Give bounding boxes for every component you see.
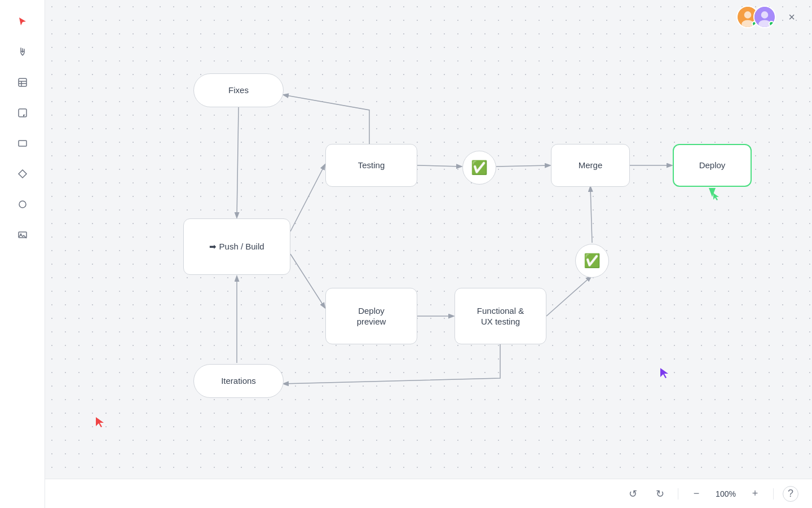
merge-node[interactable]: Merge — [551, 144, 630, 187]
hand-tool[interactable] — [12, 42, 33, 62]
redo-button[interactable]: ↻ — [651, 485, 669, 503]
testing-node[interactable]: Testing — [325, 144, 417, 187]
deploy-preview-label: Deploypreview — [357, 305, 386, 327]
canvas[interactable]: Fixes ➡ Push / Build Testing ✅ Merge Dep… — [45, 0, 812, 479]
diamond-tool[interactable] — [12, 164, 33, 184]
table-tool[interactable] — [12, 72, 33, 93]
iterations-label: Iterations — [221, 375, 256, 387]
iterations-node[interactable]: Iterations — [193, 364, 284, 398]
deploy-preview-node[interactable]: Deploypreview — [325, 288, 417, 344]
svg-line-23 — [590, 187, 592, 243]
checkbox1-node[interactable]: ✅ — [462, 151, 496, 185]
svg-line-17 — [290, 254, 325, 308]
func-ux-label: Functional &UX testing — [477, 305, 524, 327]
help-button[interactable]: ? — [783, 486, 798, 502]
checkbox2-node[interactable]: ✅ — [575, 244, 609, 278]
flow-arrows — [45, 0, 812, 479]
svg-rect-0 — [19, 78, 27, 86]
avatar-2 — [753, 6, 776, 28]
topbar: × — [45, 0, 812, 34]
svg-point-6 — [19, 201, 26, 208]
svg-rect-5 — [19, 141, 27, 146]
svg-line-19 — [496, 165, 550, 167]
close-button[interactable]: × — [783, 8, 801, 26]
zoom-level: 100% — [714, 489, 737, 498]
collaborators — [736, 6, 776, 28]
toolbar-divider-2 — [773, 488, 774, 500]
undo-button[interactable]: ↺ — [624, 485, 642, 503]
circle-tool[interactable] — [12, 194, 33, 214]
cursor-green — [712, 192, 720, 203]
svg-line-16 — [290, 165, 325, 231]
fixes-label: Fixes — [228, 85, 249, 96]
push-build-label: ➡ Push / Build — [209, 241, 264, 252]
cursor-purple — [659, 367, 669, 380]
toolbar-divider-1 — [678, 488, 678, 500]
cursor-tool[interactable] — [12, 11, 33, 32]
deploy-node[interactable]: Deploy — [673, 144, 752, 187]
svg-line-15 — [237, 107, 239, 217]
svg-point-13 — [761, 11, 769, 19]
sidebar — [0, 0, 45, 508]
image-tool[interactable] — [12, 225, 33, 245]
testing-label: Testing — [358, 160, 385, 171]
svg-point-10 — [744, 11, 752, 19]
online-indicator-2 — [769, 21, 774, 27]
fixes-node[interactable]: Fixes — [193, 73, 284, 107]
rect-tool[interactable] — [12, 133, 33, 154]
deploy-label: Deploy — [699, 160, 726, 171]
svg-line-22 — [546, 277, 591, 316]
func-ux-node[interactable]: Functional &UX testing — [454, 288, 546, 344]
zoom-out-button[interactable]: − — [687, 485, 705, 503]
svg-line-18 — [417, 165, 461, 167]
svg-rect-4 — [19, 109, 27, 117]
merge-label: Merge — [579, 160, 603, 171]
zoom-in-button[interactable]: + — [746, 485, 764, 503]
cursor-red — [95, 416, 105, 430]
sticky-tool[interactable] — [12, 103, 33, 123]
bottom-toolbar: ↺ ↻ − 100% + ? — [45, 479, 812, 508]
push-build-node[interactable]: ➡ Push / Build — [183, 218, 290, 275]
